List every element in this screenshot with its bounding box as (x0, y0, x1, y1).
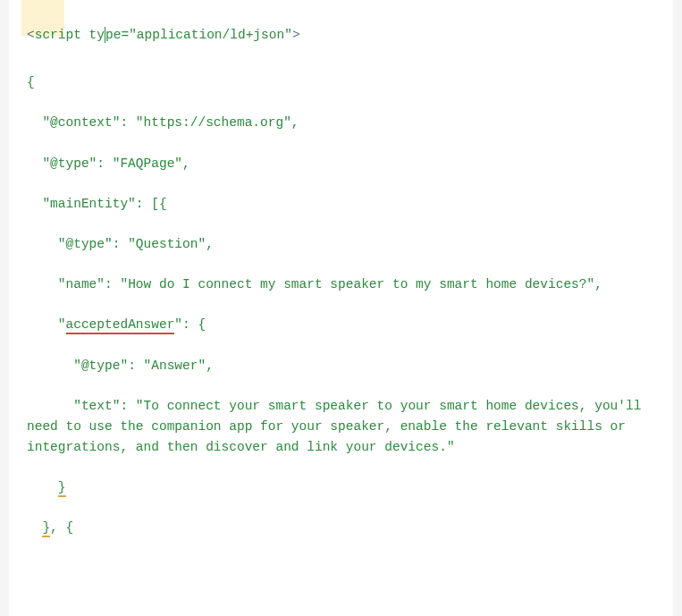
code-line-5[interactable]: "@type": "Question", (27, 234, 655, 255)
code-line-7[interactable]: "acceptedAnswer": { (27, 315, 655, 335)
code-line-2[interactable]: "@context": "https://schema.org", (27, 113, 655, 133)
code-line-6[interactable]: "name": "How do I connect my smart speak… (27, 274, 655, 295)
code-line-11[interactable]: }, { (27, 518, 655, 538)
script-attr-pre: ty (81, 28, 105, 42)
script-close-gt: > (292, 28, 300, 42)
code-line-1[interactable]: { (27, 72, 655, 93)
code-block: <script type="application/ld+json"> { "@… (9, 0, 673, 616)
code-line-10[interactable]: } (27, 477, 655, 498)
code-line-8[interactable]: "@type": "Answer", (27, 356, 655, 376)
code-line-script-tag[interactable]: <script type="application/ld+json"> (27, 25, 655, 46)
accepted-answer-underlined: acceptedAnswer (66, 317, 175, 334)
script-attr-rest: pe="application/ld+json" (105, 28, 292, 42)
closing-brace-underlined-2: } (42, 520, 50, 537)
code-line-3[interactable]: "@type": "FAQPage", (27, 154, 655, 174)
script-tag-name: script (35, 28, 81, 42)
code-line-9[interactable]: "text": "To connect your smart speaker t… (27, 396, 655, 459)
code-line-4[interactable]: "mainEntity": [{ (27, 194, 655, 215)
script-open-lt: < (27, 28, 35, 42)
closing-brace-underlined-1: } (58, 480, 66, 497)
